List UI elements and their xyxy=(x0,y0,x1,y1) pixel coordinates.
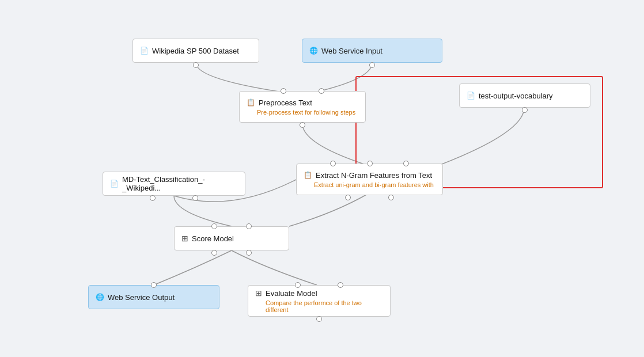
web-service-output-input-port[interactable] xyxy=(151,282,157,288)
evaluate-model-label: Evaluate Model xyxy=(266,289,317,298)
score-model-node[interactable]: ⊞ Score Model xyxy=(174,226,289,250)
md-text-classification-icon: 📄 xyxy=(110,180,119,188)
score-model-output-port-2[interactable] xyxy=(246,250,252,256)
extract-ngram-icon: 📋 xyxy=(304,171,312,179)
test-output-vocabulary-label: test-output-vocabulary xyxy=(479,92,553,100)
web-service-input-icon: 🌐 xyxy=(309,47,318,55)
workflow-canvas: 📄 Wikipedia SP 500 Dataset 🌐 Web Service… xyxy=(0,0,644,357)
score-model-icon: ⊞ xyxy=(181,234,188,243)
test-output-vocabulary-icon: 📄 xyxy=(467,92,475,100)
score-model-input-port-1[interactable] xyxy=(211,223,217,229)
web-service-input-node[interactable]: 🌐 Web Service Input xyxy=(302,39,442,63)
extract-ngram-input-port-1[interactable] xyxy=(330,161,336,166)
evaluate-model-node[interactable]: ⊞ Evaluate Model Compare the performce o… xyxy=(248,285,391,317)
wikipedia-node-label: Wikipedia SP 500 Dataset xyxy=(152,47,239,55)
extract-ngram-output-port-2[interactable] xyxy=(388,195,394,200)
web-service-output-node[interactable]: 🌐 Web Service Output xyxy=(88,285,219,309)
extract-ngram-output-port-1[interactable] xyxy=(345,195,351,200)
evaluate-model-subtitle: Compare the performce of the two differe… xyxy=(266,299,383,313)
extract-ngram-node[interactable]: 📋 Extract N-Gram Features from Text Extr… xyxy=(296,164,443,195)
web-service-input-output-port[interactable] xyxy=(369,62,375,68)
md-text-classification-output-port-1[interactable] xyxy=(150,195,156,201)
preprocess-text-input-port-1[interactable] xyxy=(281,88,286,94)
md-text-classification-output-port-2[interactable] xyxy=(192,195,198,201)
web-service-input-label: Web Service Input xyxy=(321,47,382,55)
web-service-output-label: Web Service Output xyxy=(108,293,175,302)
evaluate-model-icon: ⊞ xyxy=(255,288,262,298)
web-service-output-icon: 🌐 xyxy=(96,293,104,301)
preprocess-text-label: Preprocess Text xyxy=(259,98,312,107)
test-output-vocabulary-output-port[interactable] xyxy=(522,107,528,113)
extract-ngram-input-port-2[interactable] xyxy=(367,161,373,166)
wikipedia-node-icon: 📄 xyxy=(140,47,149,55)
preprocess-text-output-port[interactable] xyxy=(300,122,305,128)
md-text-classification-label: MD-Text_Classification_-_Wikipedi... xyxy=(122,175,238,192)
wikipedia-node[interactable]: 📄 Wikipedia SP 500 Dataset xyxy=(132,39,259,63)
evaluate-model-input-port-1[interactable] xyxy=(295,282,301,288)
extract-ngram-input-port-3[interactable] xyxy=(403,161,409,166)
extract-ngram-subtitle: Extract uni-gram and bi-gram features wi… xyxy=(314,181,435,188)
extract-ngram-label: Extract N-Gram Features from Text xyxy=(316,171,432,180)
preprocess-text-input-port-2[interactable] xyxy=(319,88,324,94)
evaluate-model-output-port[interactable] xyxy=(316,316,322,322)
evaluate-model-input-port-2[interactable] xyxy=(338,282,343,288)
score-model-output-port-1[interactable] xyxy=(211,250,217,256)
md-text-classification-node[interactable]: 📄 MD-Text_Classification_-_Wikipedi... xyxy=(103,172,245,196)
score-model-input-port-2[interactable] xyxy=(246,223,252,229)
score-model-label: Score Model xyxy=(192,234,234,243)
preprocess-text-node[interactable]: 📋 Preprocess Text Pre-process text for f… xyxy=(239,91,366,123)
preprocess-text-subtitle: Pre-process text for following steps xyxy=(257,109,358,116)
test-output-vocabulary-node[interactable]: 📄 test-output-vocabulary xyxy=(459,83,590,108)
preprocess-text-icon: 📋 xyxy=(247,98,255,107)
wikipedia-output-port[interactable] xyxy=(193,62,199,68)
